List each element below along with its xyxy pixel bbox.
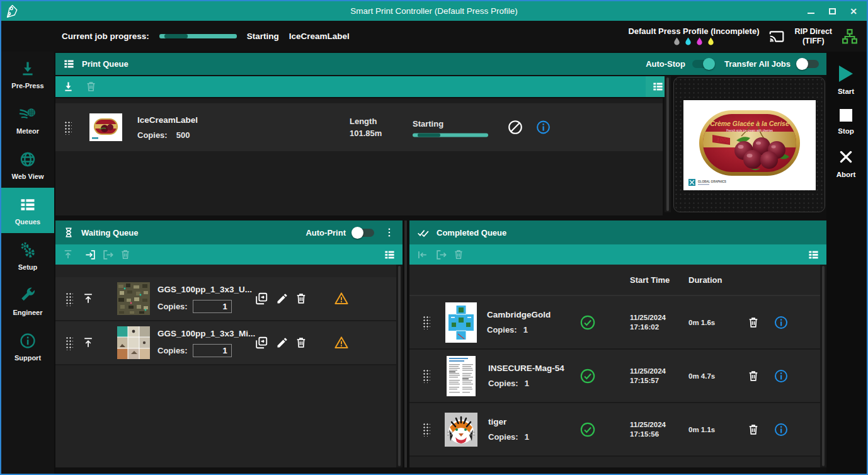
trash-icon[interactable]	[120, 249, 131, 260]
close-button[interactable]: ✕	[843, 1, 864, 21]
svg-text:GLOBAL GRAPHICS: GLOBAL GRAPHICS	[698, 180, 726, 183]
drag-handle-icon[interactable]	[64, 120, 72, 135]
waiting-queue-scrollbar[interactable]	[396, 265, 403, 467]
job-name: GGS_100pp_1_3x3_U...	[157, 285, 252, 294]
list-icon	[19, 196, 37, 214]
waiting-queue-row[interactable]: GGS_100pp_1_3x3_U... Copies:	[55, 277, 403, 321]
sidebar-item-support[interactable]: Support	[1, 324, 54, 369]
sidebar-item-web-view[interactable]: Web View	[1, 142, 54, 188]
info-icon[interactable]	[774, 422, 789, 437]
completed-queue-scrollbar[interactable]	[820, 265, 826, 467]
info-icon[interactable]	[774, 369, 789, 384]
export-job-icon[interactable]	[435, 249, 447, 261]
drag-handle-icon[interactable]	[422, 369, 430, 383]
job-thumbnail	[117, 326, 150, 359]
completed-queue-row[interactable]: INSECURE-Mag-54 Copies: 1 11/25/2024 17:…	[409, 350, 826, 403]
transfer-all-jobs-toggle[interactable]	[797, 60, 819, 68]
job-name: IceCreamLabel	[137, 115, 198, 125]
success-check-icon	[580, 368, 596, 384]
cast-icon[interactable]	[768, 28, 785, 45]
print-queue-scrollbar[interactable]	[665, 76, 671, 212]
start-button[interactable]: Start	[825, 66, 867, 95]
menu-dots-icon[interactable]	[384, 227, 395, 238]
info-icon[interactable]	[535, 120, 551, 135]
drag-handle-icon[interactable]	[65, 336, 73, 350]
auto-print-toggle[interactable]	[353, 229, 374, 237]
edit-job-icon[interactable]	[276, 292, 288, 305]
copies-label: Copies:	[488, 379, 518, 388]
sidebar-item-setup[interactable]: Setup	[1, 233, 54, 278]
auto-print-label: Auto-Print	[306, 228, 346, 238]
ink-drop-black-icon	[673, 37, 680, 46]
column-duration: Duration	[688, 275, 722, 285]
move-to-start-icon[interactable]	[416, 249, 428, 261]
download-job-icon[interactable]	[62, 81, 74, 93]
drag-handle-icon[interactable]	[65, 292, 73, 306]
drag-handle-icon[interactable]	[422, 422, 430, 437]
completed-queue-panel: Completed Queue Start Time Duration	[409, 220, 826, 467]
waiting-queue-panel: Waiting Queue Auto-Print	[55, 220, 403, 467]
import-job-icon[interactable]	[84, 249, 96, 261]
move-to-top-icon[interactable]	[62, 249, 74, 260]
trash-icon[interactable]	[453, 249, 464, 260]
copies-input[interactable]	[193, 344, 232, 357]
meteor-icon	[19, 105, 37, 123]
abort-button[interactable]: Abort	[825, 149, 867, 178]
copies-input[interactable]	[193, 300, 232, 313]
move-to-top-icon[interactable]	[82, 336, 94, 349]
print-queue-header: Print Queue Auto-Stop Transfer All Jobs	[55, 53, 826, 75]
duplicate-job-icon[interactable]	[254, 292, 268, 306]
list-view-icon[interactable]	[808, 249, 819, 261]
cancel-job-icon[interactable]	[507, 119, 523, 135]
trash-icon[interactable]	[747, 370, 760, 382]
sidebar-item-pre-press[interactable]: Pre-Press	[1, 52, 54, 97]
trash-icon[interactable]	[85, 81, 97, 93]
completed-queue-row[interactable]: CambridgeGold Copies: 1 11/25/2024 17:16…	[409, 296, 826, 350]
warning-icon[interactable]	[334, 335, 349, 350]
job-progress-bar	[159, 34, 237, 38]
completed-queue-row[interactable]: tiger Copies: 1 11/25/2024 17:15:56 0m 1…	[409, 403, 826, 457]
trash-icon[interactable]	[295, 292, 307, 305]
completed-queue-column-headers: Start Time Duration	[409, 265, 826, 296]
job-name: GGS_100pp_1_3x3_Mi...	[157, 329, 255, 338]
network-status-icon[interactable]	[842, 28, 858, 45]
job-preview-image: Crème Glacée à la Cerise French style ic…	[683, 100, 816, 190]
stop-icon	[840, 109, 852, 122]
globe-icon	[19, 151, 37, 168]
export-job-icon[interactable]	[102, 249, 114, 261]
warning-icon[interactable]	[334, 291, 349, 306]
edit-job-icon[interactable]	[276, 336, 288, 349]
maximize-button[interactable]	[821, 1, 843, 21]
panel-divider[interactable]	[403, 220, 409, 467]
bottom-panels: Waiting Queue Auto-Print	[55, 220, 826, 467]
info-icon[interactable]	[774, 315, 789, 330]
stop-button[interactable]: Stop	[825, 109, 867, 135]
trash-icon[interactable]	[747, 423, 760, 436]
list-view-icon[interactable]	[384, 249, 396, 261]
sidebar-item-engineer[interactable]: Engineer	[1, 278, 54, 324]
auto-stop-toggle[interactable]	[692, 60, 714, 68]
transport-rail: Start Stop Abort	[825, 52, 867, 474]
drag-handle-icon[interactable]	[422, 315, 430, 329]
minimize-button[interactable]	[800, 1, 821, 21]
list-view-icon	[652, 81, 664, 93]
trash-icon[interactable]	[747, 316, 760, 329]
move-to-top-icon[interactable]	[82, 292, 94, 305]
job-name: INSECURE-Mag-54	[488, 363, 564, 373]
play-icon	[839, 66, 853, 82]
svg-text:Crème Glacée à la Cerise: Crème Glacée à la Cerise	[710, 120, 789, 127]
waiting-queue-row[interactable]: GGS_100pp_1_3x3_Mi... Copies:	[55, 321, 403, 365]
sidebar-item-meteor[interactable]: Meteor	[1, 97, 54, 142]
download-icon	[19, 60, 37, 77]
print-queue-title: Print Queue	[82, 59, 128, 69]
waiting-queue-toolbar	[55, 244, 403, 265]
duration-cell: 0m 1.6s	[688, 318, 715, 327]
print-queue-row[interactable]: IceCreamLabel Copies: 500 Length 101.85m…	[55, 103, 663, 151]
job-name: tiger	[488, 417, 529, 426]
sidebar-item-queues[interactable]: Queues	[1, 188, 54, 233]
duplicate-job-icon[interactable]	[254, 336, 268, 350]
rip-mode-line2: (TIFF)	[794, 37, 832, 46]
completed-queue-header: Completed Queue	[409, 220, 826, 244]
trash-icon[interactable]	[295, 336, 307, 349]
copies-label: Copies:	[157, 302, 188, 311]
